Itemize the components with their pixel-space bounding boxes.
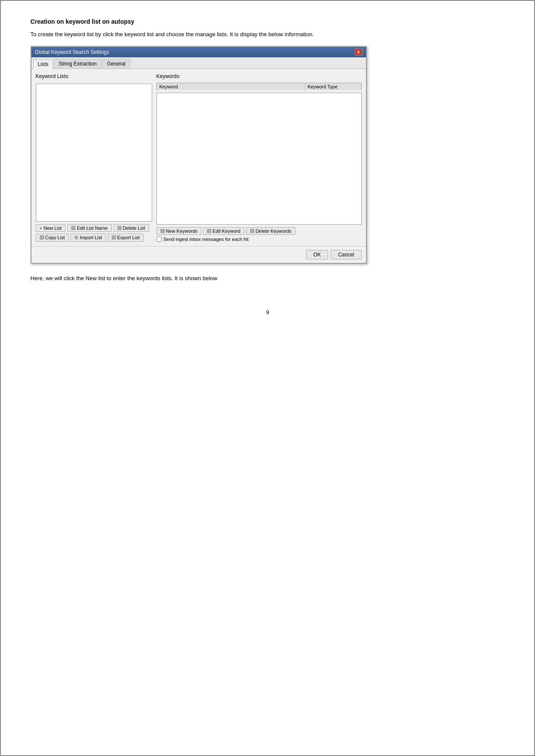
delete-keywords-button[interactable]: Delete Keywords <box>246 227 295 235</box>
delete-list-button[interactable]: Delete List <box>113 224 149 232</box>
tab-general[interactable]: General <box>102 59 130 69</box>
col-keyword-header: Keyword <box>157 83 305 90</box>
new-list-button[interactable]: + New List <box>36 224 66 232</box>
follow-paragraph: Here, we will click the New list to ente… <box>31 274 505 283</box>
delete-kw-icon <box>250 229 254 233</box>
page-number: 9 <box>31 309 505 316</box>
section-heading: Creation on keyword list on autopsy <box>31 18 505 25</box>
intro-paragraph: To create the keyword list by click the … <box>31 30 505 39</box>
dialog-body: Keyword Lists: + New List Edit List Name <box>31 69 366 246</box>
left-btn-row-1: + New List Edit List Name Delete List <box>36 224 152 232</box>
export-list-button[interactable]: Export List <box>108 234 144 242</box>
keywords-label: Keywords: <box>156 73 362 79</box>
new-keywords-button[interactable]: New Keywords <box>156 227 201 235</box>
copy-icon <box>40 235 44 240</box>
edit-keyword-button[interactable]: Edit Keyword <box>203 227 244 235</box>
delete-icon <box>117 226 122 230</box>
send-ingest-row: Send ingest inbox messages for each hit <box>156 237 362 242</box>
col-keyword-type-header: Keyword Type <box>305 83 361 90</box>
keyword-lists-label: Keyword Lists: <box>36 73 152 79</box>
dialog-window: Global Keyword Search Settings x Lists S… <box>31 46 367 264</box>
dialog-title: Global Keyword Search Settings <box>35 49 110 55</box>
left-buttons: + New List Edit List Name Delete List <box>36 224 152 242</box>
tab-lists[interactable]: Lists <box>33 59 53 69</box>
import-list-button[interactable]: ⚙ Import List <box>70 234 106 242</box>
new-kw-icon <box>160 229 165 233</box>
copy-list-button[interactable]: Copy List <box>36 234 69 242</box>
right-panel: Keywords: Keyword Keyword Type New Keywo… <box>156 73 362 242</box>
left-panel: Keyword Lists: + New List Edit List Name <box>36 73 152 242</box>
dialog-tabs: Lists String Extraction General <box>31 57 366 69</box>
tab-string-extraction[interactable]: String Extraction <box>54 59 101 69</box>
keywords-table-header: Keyword Keyword Type <box>156 83 362 90</box>
page-content: Creation on keyword list on autopsy To c… <box>31 18 505 316</box>
dialog-titlebar: Global Keyword Search Settings x <box>31 47 366 57</box>
send-ingest-label: Send ingest inbox messages for each hit <box>163 237 249 242</box>
export-icon <box>112 235 116 240</box>
ok-button[interactable]: OK <box>306 250 328 259</box>
gear-icon: ⚙ <box>74 235 78 241</box>
edit-icon <box>71 226 75 230</box>
dialog-footer: OK Cancel <box>31 246 366 263</box>
dialog-close-button[interactable]: x <box>355 49 363 56</box>
edit-kw-icon <box>207 229 211 233</box>
plus-icon: + <box>40 225 42 231</box>
keyword-lists-box[interactable] <box>36 84 152 222</box>
right-buttons: New Keywords Edit Keyword Delete Keyword… <box>156 227 362 242</box>
cancel-button[interactable]: Cancel <box>331 250 361 259</box>
left-btn-row-2: Copy List ⚙ Import List Export List <box>36 234 152 242</box>
right-btn-row-1: New Keywords Edit Keyword Delete Keyword… <box>156 227 362 235</box>
send-ingest-checkbox[interactable] <box>156 237 162 242</box>
edit-list-name-button[interactable]: Edit List Name <box>67 224 112 232</box>
keywords-list-box[interactable] <box>156 93 362 225</box>
